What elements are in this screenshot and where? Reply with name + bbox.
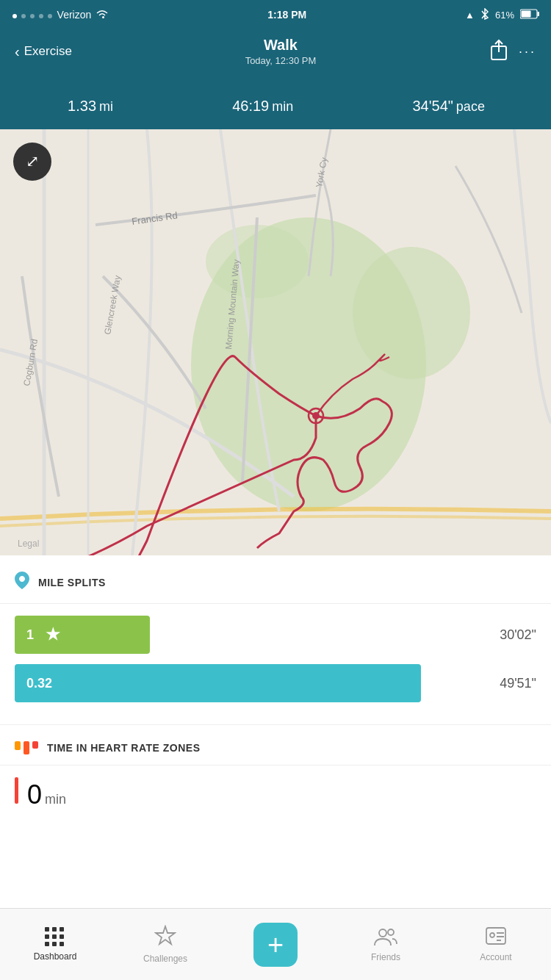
mile-splits-title: MILE SPLITS — [38, 577, 106, 588]
add-button[interactable]: + — [253, 923, 298, 967]
hr-bar-high — [32, 741, 38, 749]
svg-point-11 — [312, 412, 320, 419]
status-time: 1:18 PM — [267, 9, 306, 21]
hr-number: 0 — [27, 779, 42, 810]
dashboard-icon — [45, 927, 65, 948]
hr-unit: min — [45, 792, 66, 807]
workout-subtitle: Today, 12:30 PM — [245, 55, 317, 66]
workout-title-area: Walk Today, 12:30 PM — [245, 37, 317, 66]
header-actions: ··· — [489, 39, 536, 64]
split-time-2: 49'51" — [478, 676, 536, 691]
battery-label: 61% — [495, 10, 514, 21]
nav-challenges[interactable]: Challenges — [110, 909, 220, 980]
split-bar-container-2: 0.32 — [15, 664, 466, 702]
pin-icon — [15, 572, 29, 593]
mile-splits-header: MILE SPLITS — [0, 555, 551, 604]
challenges-icon — [154, 925, 176, 950]
expand-map-button[interactable]: ⤢ — [13, 143, 51, 181]
split-distance-1: 1 — [26, 627, 34, 643]
mile-splits-list: 1 ★ 30'02" 0.32 49'51" — [0, 604, 551, 724]
dashboard-label: Dashboard — [34, 951, 77, 962]
friends-label: Friends — [371, 952, 400, 962]
hr-bar-mid — [24, 741, 29, 754]
pace-value: 34'54"pace — [411, 85, 484, 116]
split-bar-container-1: 1 ★ — [15, 616, 466, 654]
challenges-label: Challenges — [143, 954, 187, 964]
chevron-left-icon: ‹ — [15, 43, 20, 60]
hr-bar-low — [15, 741, 21, 750]
bluetooth-icon — [480, 8, 489, 22]
location-icon: ▲ — [465, 10, 475, 21]
bottom-nav: Dashboard Challenges + Friends — [0, 908, 551, 980]
nav-account[interactable]: Account — [441, 909, 551, 980]
distance-value: 1.33mi — [66, 85, 113, 116]
carrier-label: Verizon — [57, 9, 92, 21]
header: ‹ Exercise Walk Today, 12:30 PM ··· — [0, 29, 551, 76]
nav-add[interactable]: + — [220, 909, 331, 980]
svg-text:Legal: Legal — [18, 538, 39, 549]
account-icon — [485, 926, 507, 948]
hr-accent-bar — [15, 777, 18, 804]
status-right: ▲ 61% — [465, 8, 539, 22]
split-distance-2: 0.32 — [26, 676, 52, 691]
map-container[interactable]: 9 Pizza Hut D St F St Francis Rd Glencre… — [0, 129, 551, 555]
svg-point-6 — [353, 247, 470, 379]
battery-icon — [520, 9, 539, 21]
wifi-icon — [96, 9, 109, 21]
plus-icon: + — [267, 931, 284, 959]
back-button[interactable]: ‹ Exercise — [15, 43, 72, 60]
svg-rect-2 — [522, 10, 531, 17]
signal-dots — [12, 9, 53, 21]
account-label: Account — [480, 952, 511, 962]
split-bar-2: 0.32 — [15, 664, 421, 702]
star-icon-1: ★ — [46, 625, 60, 644]
status-bar: Verizon 1:18 PM ▲ 61% — [0, 0, 551, 29]
workout-title: Walk — [245, 37, 317, 54]
stat-duration: 46:19min — [231, 85, 293, 116]
expand-icon: ⤢ — [26, 152, 39, 171]
back-label: Exercise — [24, 44, 72, 59]
duration-value: 46:19min — [231, 85, 293, 116]
heart-rate-title: TIME IN HEART RATE ZONES — [47, 742, 201, 754]
svg-point-24 — [388, 929, 394, 935]
heart-rate-header: TIME IN HEART RATE ZONES — [0, 724, 551, 765]
more-icon[interactable]: ··· — [519, 44, 536, 60]
stat-distance: 1.33mi — [66, 85, 113, 116]
svg-point-23 — [379, 929, 386, 937]
split-row-2: 0.32 49'51" — [15, 664, 536, 702]
heart-rate-value-row: 0 min — [0, 765, 551, 822]
nav-friends[interactable]: Friends — [331, 909, 441, 980]
friends-icon — [373, 926, 398, 948]
status-left: Verizon — [12, 9, 109, 21]
split-row-1: 1 ★ 30'02" — [15, 616, 536, 654]
svg-point-26 — [490, 933, 494, 937]
nav-dashboard[interactable]: Dashboard — [0, 909, 110, 980]
hr-bars-icon — [15, 741, 38, 754]
content-area: MILE SPLITS 1 ★ 30'02" 0.32 49'51" — [0, 555, 551, 903]
stat-pace: 34'54"pace — [411, 85, 484, 116]
svg-rect-25 — [486, 928, 505, 944]
share-icon[interactable] — [489, 39, 508, 64]
stats-bar: 1.33mi 46:19min 34'54"pace — [0, 76, 551, 129]
split-time-1: 30'02" — [478, 627, 536, 643]
split-bar-1: 1 ★ — [15, 616, 150, 654]
svg-rect-1 — [538, 12, 540, 16]
